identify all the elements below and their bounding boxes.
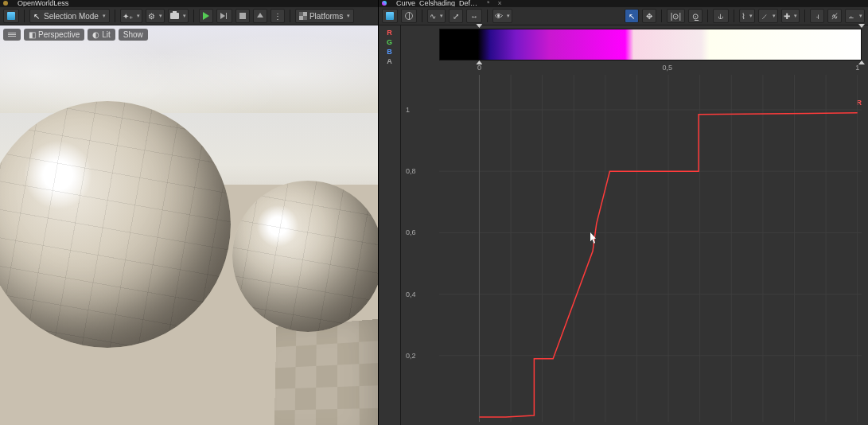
- bulb-icon: ◐: [92, 30, 99, 39]
- tangent-constant-dropdown[interactable]: ✚: [781, 9, 800, 23]
- left-tabbar: OpenWorldLess: [0, 0, 378, 6]
- blueprint-icon: ⚙: [148, 12, 155, 21]
- y-tick: 0,6: [406, 228, 416, 236]
- curve-body[interactable]: 0 0,5 1 R 10,80,60,40,2: [401, 25, 868, 425]
- save-button[interactable]: [3, 9, 19, 23]
- lock-axis-button[interactable]: ⫝: [713, 9, 729, 23]
- scene-cube: [274, 317, 378, 425]
- hamburger-icon: [8, 33, 16, 37]
- scene-sphere-small: [232, 181, 378, 332]
- step-button[interactable]: [216, 9, 232, 23]
- level-editor-panel: OpenWorldLess ↖ Selection Mode ✦₊ ⚙ ⋮ Pl…: [0, 0, 379, 425]
- platforms-icon: [299, 12, 307, 20]
- pointer-icon: ↖: [629, 12, 635, 21]
- save-curve-button[interactable]: [382, 9, 398, 23]
- add-icon: ✦₊: [123, 12, 133, 21]
- browse-icon: [405, 12, 413, 20]
- add-content-dropdown[interactable]: ✦₊: [120, 9, 142, 23]
- x-axis: 0 0,5 1: [439, 64, 862, 75]
- selection-mode-label: Selection Mode: [44, 12, 99, 21]
- viewport-overlay: ◧Perspective ◐Lit Show: [3, 29, 148, 41]
- perspective-label: Perspective: [38, 30, 80, 39]
- right-tabbar: Curve_Celshading_Def… * ×: [379, 0, 868, 6]
- gradient-bar[interactable]: [439, 29, 862, 60]
- cube-icon: ◧: [29, 30, 36, 39]
- eject-button[interactable]: [253, 9, 267, 23]
- channel-g[interactable]: G: [379, 38, 400, 48]
- straighten-button[interactable]: ∿̸: [827, 9, 842, 23]
- platforms-label: Platforms: [309, 12, 343, 21]
- x-tick: 0: [477, 64, 481, 72]
- zoom-fit-button[interactable]: ⤢: [449, 9, 463, 23]
- browse-button[interactable]: [401, 9, 417, 23]
- curve-editor-panel: Curve_Celshading_Def… * × ∿ ⤢ ↔ 👁 ↖ ✥ |⊙…: [379, 0, 868, 425]
- y-tick: 1: [406, 106, 410, 114]
- filters-dropdown[interactable]: ⫠: [845, 9, 865, 23]
- lit-mode-dropdown[interactable]: ◐Lit: [88, 29, 115, 41]
- cinematics-icon: [170, 13, 179, 19]
- blueprint-dropdown[interactable]: ⚙: [146, 9, 165, 23]
- selection-mode-dropdown[interactable]: ↖ Selection Mode: [29, 9, 110, 23]
- visibility-dropdown[interactable]: 👁: [492, 9, 512, 23]
- y-tick: 0,2: [406, 352, 416, 360]
- zoom-fit-h-button[interactable]: ↔: [466, 9, 482, 23]
- y-tick: 0,8: [406, 167, 416, 175]
- show-label: Show: [123, 30, 143, 39]
- curve-svg: [439, 75, 862, 422]
- cinematics-dropdown[interactable]: [168, 9, 189, 23]
- viewport[interactable]: ◧Perspective ◐Lit Show: [0, 25, 378, 425]
- stop-button[interactable]: [235, 9, 250, 23]
- save-icon: [7, 12, 15, 20]
- perspective-dropdown[interactable]: ◧Perspective: [24, 29, 84, 41]
- step-icon: [220, 12, 228, 20]
- lit-label: Lit: [102, 30, 111, 39]
- curve-graph[interactable]: R 10,80,60,40,2: [404, 75, 862, 422]
- flatten-button[interactable]: ⫞: [810, 9, 824, 23]
- show-dropdown[interactable]: Show: [119, 29, 148, 41]
- left-toolbar: ↖ Selection Mode ✦₊ ⚙ ⋮ Platforms: [0, 6, 378, 25]
- save-icon: [386, 12, 394, 20]
- gradient-key-top[interactable]: [858, 24, 865, 28]
- asset-icon: [3, 1, 8, 6]
- channel-r[interactable]: R: [379, 29, 400, 38]
- right-toolbar: ∿ ⤢ ↔ 👁 ↖ ✥ |⊙| ⊙̲ ⫝ ⌇ ⟋ ✚ ⫞ ∿̸ ⫠: [379, 6, 868, 25]
- gradient-key-top[interactable]: [476, 24, 482, 28]
- channel-a[interactable]: A: [379, 57, 400, 67]
- select-tool-button[interactable]: ↖: [625, 9, 639, 23]
- channel-b[interactable]: B: [379, 48, 400, 57]
- viewport-menu-button[interactable]: [3, 29, 21, 41]
- snap-time-button[interactable]: |⊙|: [667, 9, 685, 23]
- platforms-dropdown[interactable]: Platforms: [295, 9, 354, 23]
- x-tick: 1: [855, 64, 859, 72]
- y-tick: 0,4: [406, 290, 416, 298]
- play-icon: [203, 12, 209, 20]
- cursor-mode-icon: ↖: [33, 12, 41, 20]
- curve-asset-icon: [382, 1, 387, 6]
- play-button[interactable]: [199, 9, 213, 23]
- curve-area: R G B A 0 0,5 1: [379, 25, 868, 425]
- tangent-cubic-dropdown[interactable]: ⌇: [739, 9, 755, 23]
- channel-column: R G B A: [379, 25, 401, 425]
- play-options-dropdown[interactable]: ⋮: [271, 9, 285, 23]
- eject-icon: [257, 13, 263, 18]
- transform-tool-button[interactable]: ✥: [642, 9, 656, 23]
- view-dropdown[interactable]: ∿: [427, 9, 446, 23]
- snap-value-button[interactable]: ⊙̲: [688, 9, 703, 23]
- tangent-linear-dropdown[interactable]: ⟋: [758, 9, 778, 23]
- stop-icon: [239, 13, 246, 19]
- gradient-preview: [439, 29, 862, 60]
- x-tick: 0,5: [662, 64, 672, 72]
